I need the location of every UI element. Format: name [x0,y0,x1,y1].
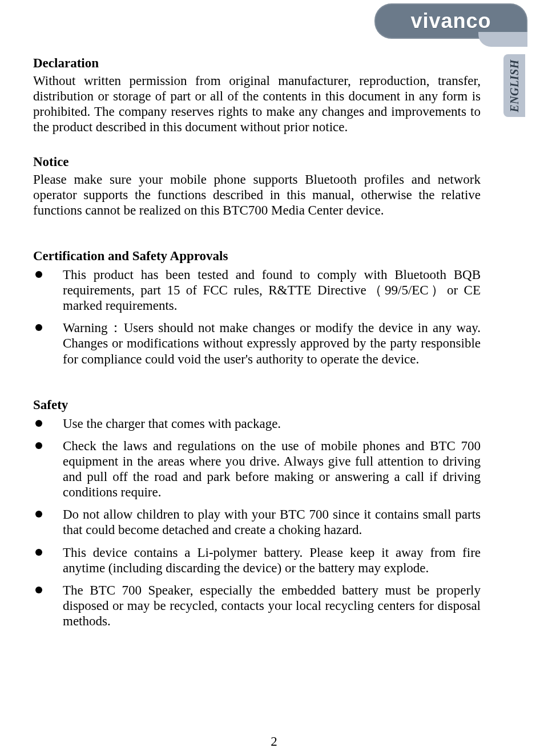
page: vivanco ENGLISH Declaration Without writ… [0,0,548,756]
list-item: The BTC 700 Speaker, especially the embe… [33,583,481,629]
list-item: This device contains a Li-polymer batter… [33,545,481,576]
cert-heading: Certification and Safety Approvals [33,249,481,264]
page-number: 2 [0,734,548,749]
content-area: Declaration Without written permission f… [33,0,515,629]
notice-heading: Notice [33,155,481,169]
list-item: Do not allow children to play with your … [33,507,481,537]
list-item: This product has been tested and found t… [33,267,481,313]
language-tab: ENGLISH [503,54,525,117]
language-tab-label: ENGLISH [508,59,521,112]
notice-text: Please make sure your mobile phone suppo… [33,172,481,218]
list-item: Check the laws and regulations on the us… [33,438,481,500]
declaration-heading: Declaration [33,56,481,71]
safety-list: Use the charger that comes with package.… [33,416,481,629]
brand-logo: vivanco [374,3,527,47]
declaration-text: Without written permission from original… [33,73,481,135]
list-item: Warning：Users should not make changes or… [33,320,481,366]
brand-logo-text: vivanco [410,9,491,33]
brand-logo-accent [478,32,527,47]
safety-heading: Safety [33,398,481,413]
cert-list: This product has been tested and found t… [33,267,481,367]
list-item: Use the charger that comes with package. [33,416,481,431]
